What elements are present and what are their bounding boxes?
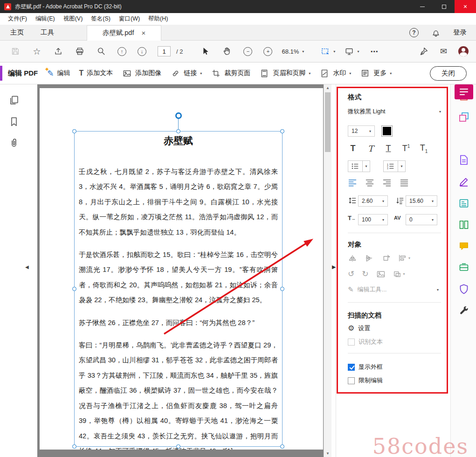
edit-pdf-tool-icon[interactable]: [455, 84, 473, 99]
fill-sign-icon[interactable]: [457, 175, 471, 189]
align-center-button[interactable]: [365, 179, 374, 187]
bookmarks-icon[interactable]: [8, 116, 21, 128]
email-icon[interactable]: ✉: [440, 47, 447, 55]
prepare-form-icon[interactable]: [457, 196, 471, 210]
previous-page-icon[interactable]: ↑: [117, 47, 126, 56]
numbered-list-button[interactable]: 123 ▾: [383, 160, 406, 172]
scan-settings-button[interactable]: ⚙ 设置: [348, 324, 370, 332]
flip-horizontal-icon[interactable]: [348, 254, 357, 262]
paragraph-spacing-select[interactable]: 15.60 ▾: [406, 195, 437, 207]
collapse-left-panel-icon[interactable]: ◀: [25, 264, 29, 270]
superscript-button[interactable]: T1: [401, 144, 411, 153]
comment-icon[interactable]: [457, 239, 471, 253]
zoom-level-select[interactable]: 68.1% ▾: [282, 48, 304, 55]
notifications-bell-icon[interactable]: [431, 28, 441, 38]
add-image-button[interactable]: 添加图像: [122, 68, 161, 78]
more-tools-button[interactable]: 更多 ▾: [360, 68, 392, 78]
font-color-swatch[interactable]: [381, 125, 393, 137]
flip-vertical-icon[interactable]: [365, 254, 374, 262]
recognize-text-checkbox[interactable]: [348, 339, 355, 346]
page-thumbnails-icon[interactable]: [8, 95, 21, 107]
font-family-select[interactable]: 微软雅黑 Light ▾: [348, 108, 441, 116]
align-left-button[interactable]: [348, 179, 357, 187]
menu-edit[interactable]: 编辑(E): [31, 13, 59, 25]
bullet-list-button[interactable]: ▾: [348, 160, 370, 172]
close-window-button[interactable]: ×: [455, 0, 476, 13]
menu-help[interactable]: 帮助(H): [144, 13, 172, 25]
character-spacing-select[interactable]: 0 ▾: [406, 214, 437, 225]
login-button[interactable]: 登录: [453, 28, 467, 37]
expand-right-panel-icon[interactable]: ▶: [332, 264, 336, 270]
menu-sign[interactable]: 签名(S): [87, 13, 115, 25]
scroll-up-icon[interactable]: ▲: [324, 84, 331, 91]
page-display-select[interactable]: ▾: [345, 47, 359, 56]
font-size-select[interactable]: 12 ▾: [348, 125, 375, 137]
tab-home[interactable]: 主页: [4, 28, 30, 37]
menu-window[interactable]: 窗口(W): [115, 13, 144, 25]
attachments-icon[interactable]: [8, 138, 21, 150]
link-button[interactable]: 链接 ▾: [170, 68, 202, 78]
show-outline-checkbox-row[interactable]: 显示外框: [348, 363, 383, 371]
show-outline-checkbox[interactable]: [348, 364, 355, 371]
crop-pages-button[interactable]: 裁剪页面: [211, 68, 250, 78]
close-edit-button[interactable]: 关闭: [430, 66, 467, 81]
next-page-icon[interactable]: ↓: [138, 47, 146, 56]
tab-tools[interactable]: 工具: [34, 28, 61, 37]
recognize-text-checkbox-row[interactable]: 识别文本: [348, 338, 383, 346]
selection-handle-se[interactable]: [280, 444, 284, 449]
scan-ocr-icon[interactable]: [457, 261, 471, 275]
pdf-page[interactable]: 赤壁赋 壬戌之秋，七月既望 2，苏子与客泛舟游于赤壁之下。清风徐来 3，水波不兴…: [40, 88, 323, 450]
save-icon[interactable]: [10, 46, 21, 56]
underline-button[interactable]: T: [383, 144, 393, 153]
rotate-cw-icon[interactable]: ↻: [362, 270, 368, 278]
menu-file[interactable]: 文件(F): [4, 13, 31, 25]
minimize-button[interactable]: [412, 0, 433, 13]
replace-image-icon[interactable]: [376, 270, 386, 278]
selection-handle-e[interactable]: [280, 287, 284, 291]
page-number-input[interactable]: [158, 46, 171, 56]
align-right-button[interactable]: [382, 179, 392, 187]
horizontal-scale-select[interactable]: 100 ▾: [358, 214, 388, 225]
combine-files-icon[interactable]: [457, 110, 471, 124]
italic-button[interactable]: T: [366, 144, 376, 153]
line-spacing-select[interactable]: 2.60 ▾: [358, 195, 388, 207]
rotate-selection-icon[interactable]: [381, 254, 391, 262]
marquee-zoom-select[interactable]: ▾: [321, 47, 335, 55]
bold-button[interactable]: T: [348, 144, 358, 153]
sign-pen-icon[interactable]: [419, 46, 429, 56]
maximize-button[interactable]: [433, 0, 455, 13]
header-footer-button[interactable]: 页眉和页脚 ▾: [259, 68, 310, 78]
selection-handle-nw[interactable]: [72, 129, 76, 133]
more-tools-icon[interactable]: [457, 304, 471, 318]
hand-tool-icon[interactable]: [222, 46, 232, 56]
align-objects-button[interactable]: ▾: [398, 254, 410, 262]
selection-handle-s[interactable]: [176, 444, 180, 449]
zoom-in-icon[interactable]: +: [263, 47, 272, 56]
account-avatar[interactable]: [458, 46, 469, 56]
selection-handle-ne[interactable]: [280, 129, 284, 133]
vertical-scrollbar[interactable]: ▲ ▼: [324, 84, 331, 457]
arrange-objects-button[interactable]: ▾: [393, 270, 405, 278]
selection-handle-w[interactable]: [72, 287, 76, 291]
share-icon[interactable]: [53, 46, 63, 56]
more-toolbar-options-icon[interactable]: ⋯: [370, 47, 378, 56]
align-justify-button[interactable]: [400, 179, 409, 187]
rotate-ccw-icon[interactable]: ↺: [348, 270, 354, 278]
scrollbar-thumb[interactable]: [325, 92, 331, 152]
add-text-button[interactable]: T 添加文本: [79, 69, 113, 77]
protect-icon[interactable]: [457, 282, 471, 296]
export-pdf-icon[interactable]: [457, 153, 471, 167]
menu-view[interactable]: 视图(V): [59, 13, 87, 25]
selection-handle-n[interactable]: [176, 129, 180, 133]
zoom-out-icon[interactable]: −: [243, 47, 252, 56]
star-icon[interactable]: ☆: [32, 46, 42, 56]
watermark-button[interactable]: 水印 ▾: [319, 68, 351, 78]
edit-tools-select[interactable]: ✎ 编辑工具... ▾: [348, 285, 439, 294]
tab-close-icon[interactable]: ×: [141, 29, 145, 37]
print-icon[interactable]: [75, 46, 85, 56]
subscript-button[interactable]: T1: [419, 143, 429, 154]
restrict-editing-checkbox-row[interactable]: 限制编辑: [348, 376, 383, 385]
text-selection-box[interactable]: 赤壁赋 壬戌之秋，七月既望 2，苏子与客泛舟游于赤壁之下。清风徐来 3，水波不兴…: [74, 131, 283, 447]
restrict-editing-checkbox[interactable]: [348, 377, 355, 384]
select-tool-icon[interactable]: [200, 46, 211, 56]
